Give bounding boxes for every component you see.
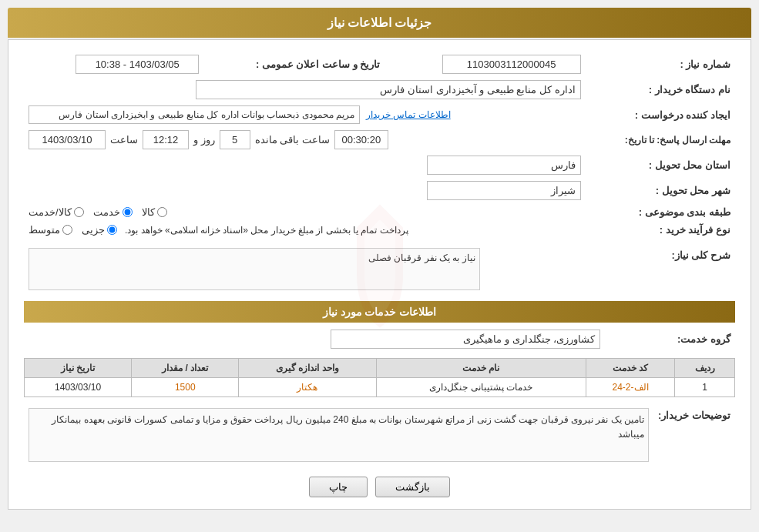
purchase-type-label: نوع فرآیند خرید : [586,221,735,239]
province-label: استان محل تحویل : [586,152,735,178]
need-desc-label: شرح کلی نیاز: [485,245,735,293]
category-label: طبقه بندی موضوعی : [586,203,735,221]
need-number-value: 1103003112000045 [442,55,581,74]
buyer-desc-table: توضیحات خریدار: تامین یک نفر نیروی قرقبا… [24,405,735,465]
deadline-time: 12:12 [143,130,189,149]
button-bar: چاپ بازگشت [24,477,735,497]
col-header-unit: واحد اندازه گیری [239,359,376,378]
deadline-remaining: 00:30:20 [334,130,388,149]
city-value: شیراز [427,181,581,200]
cell-date: 1403/03/10 [25,378,132,397]
back-button[interactable]: بازگشت [375,477,450,497]
page-title: جزئیات اطلاعات نیاز [327,16,432,29]
buyer-org-value: اداره کل منابع طبیعی و آبخیزداری استان ف… [196,80,581,99]
col-header-code: کد خدمت [586,359,675,378]
date-label: تاریخ و ساعت اعلان عمومی : [203,52,385,77]
category-option-khedmat[interactable]: خدمت [93,206,133,218]
category-radio-group: کالا/خدمت خدمت کالا [29,206,581,218]
category-option-kala-khedmat[interactable]: کالا/خدمت [29,206,84,218]
province-value: فارس [427,156,581,175]
deadline-days-label: روز و [193,134,215,146]
cell-code: الف-2-24 [586,378,675,397]
deadline-label: مهلت ارسال پاسخ: تا تاریخ: [586,127,735,152]
cell-name: خدمات پشتیبانی جنگل‌داری [376,378,586,397]
service-group-table: گروه خدمت: کشاورزی، جنگلداری و ماهیگیری [24,326,735,352]
deadline-days: 5 [220,130,250,149]
city-label: شهر محل تحویل : [586,178,735,203]
service-group-value: کشاورزی، جنگلداری و ماهیگیری [331,330,600,349]
page-header: جزئیات اطلاعات نیاز [8,8,751,38]
services-table: ردیف کد خدمت نام خدمت واحد اندازه گیری ت… [24,358,735,397]
service-group-label: گروه خدمت: [605,326,735,352]
main-content: شماره نیاز : 1103003112000045 تاریخ و سا… [8,39,751,510]
purchase-type-jozi[interactable]: جزیی [82,224,117,236]
buyer-desc-label: توضیحات خریدار: [653,405,735,465]
col-header-date: تاریخ نیاز [25,359,132,378]
services-section-header: اطلاعات خدمات مورد نیاز [24,301,735,323]
deadline-date: 1403/03/10 [29,130,106,149]
creator-value: مریم محمودی ذبحساب بوانات اداره کل منابع… [29,105,360,124]
cell-qty: 1500 [132,378,239,397]
print-button[interactable]: چاپ [309,477,368,497]
cell-row: 1 [675,378,735,397]
category-option-kala[interactable]: کالا [142,206,167,218]
purchase-type-motavaset[interactable]: متوسط [29,224,72,236]
buyer-desc-value: تامین یک نفر نیروی قرقبان جهت گشت زنی از… [29,408,649,462]
col-header-qty: تعداد / مقدار [132,359,239,378]
need-desc-value: نیاز به یک نفر قرقبان فصلی [29,248,480,290]
purchase-type-note: پرداخت تمام یا بخشی از مبلغ خریدار محل «… [125,225,408,236]
col-header-row: ردیف [675,359,735,378]
deadline-remaining-label: ساعت باقی مانده [255,134,330,146]
purchase-type-radio-group: متوسط جزیی [29,224,117,236]
buyer-org-label: نام دستگاه خریدار : [586,77,735,102]
need-desc-table: شرح کلی نیاز: نیاز به یک نفر قرقبان فصلی [24,245,735,293]
creator-label: ایجاد کننده درخواست : [586,102,735,127]
deadline-time-label: ساعت [110,134,138,146]
cell-unit: هکتار [239,378,376,397]
date-value: 1403/03/05 - 10:38 [76,55,199,74]
col-header-name: نام خدمت [376,359,586,378]
need-number-label: شماره نیاز : [586,52,735,77]
table-row: 1 الف-2-24 خدمات پشتیبانی جنگل‌داری هکتا… [25,378,735,397]
contact-link[interactable]: اطلاعات تماس خریدار [366,109,451,120]
header-info-table: شماره نیاز : 1103003112000045 تاریخ و سا… [24,52,735,239]
